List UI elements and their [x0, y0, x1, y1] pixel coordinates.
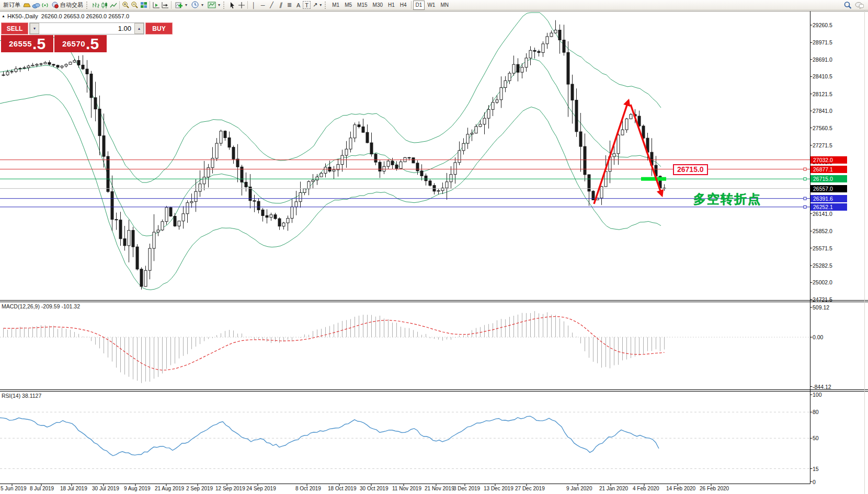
ohlc-values: 26260.0 26653.0 26260.0 26557.0 [41, 13, 129, 19]
fibonacci-icon[interactable]: ≣ [285, 1, 294, 9]
zoom-out-icon[interactable] [130, 1, 139, 9]
chart-canvas[interactable] [0, 0, 868, 494]
toolbar-grip [86, 2, 89, 9]
auto-trading-button[interactable]: 自动交易 [49, 1, 85, 10]
trendline-icon[interactable]: ╱ [267, 1, 276, 9]
chevron-down-icon: ▾ [319, 3, 322, 7]
timeframe-bar: M1M5M15M30H1H4D1W1MN [329, 1, 451, 10]
timeframe-h1[interactable]: H1 [385, 1, 397, 9]
sell-price[interactable]: 26555 .5 [1, 35, 53, 52]
auto-scroll-icon[interactable] [152, 1, 161, 9]
price-tag-26877.1[interactable]: 26877.1 [810, 166, 847, 173]
buy-button[interactable]: BUY [145, 22, 173, 35]
buy-price[interactable]: 26570 .5 [54, 35, 107, 52]
new-order-button[interactable]: 新订单 [1, 1, 22, 10]
timeframe-m5[interactable]: M5 [342, 1, 355, 9]
x-axis-label: 4 Feb 2020 [633, 486, 659, 491]
hline-26715[interactable] [0, 178, 810, 180]
x-axis-label: 13 Dec 2019 [484, 486, 513, 491]
chevron-down-icon: ▾ [201, 3, 203, 7]
price-scale-label: 28691.0 [813, 56, 832, 63]
one-click-trading-panel: SELL ▾ ▴ BUY 26555 .5 26570 .5 [1, 22, 107, 52]
price-callout-26715[interactable]: 26715.0 [673, 164, 708, 175]
zoom-in-icon[interactable] [121, 1, 130, 9]
price-tag-26391.6[interactable]: 26391.6 [810, 195, 847, 202]
timeframe-h4[interactable]: H4 [397, 1, 409, 9]
text-icon[interactable]: A [294, 1, 303, 9]
rsi-scale-label: 15 [813, 466, 819, 472]
channel-icon[interactable]: ∥ [276, 1, 285, 9]
sell-button[interactable]: SELL [1, 22, 28, 35]
timeframe-m15[interactable]: M15 [355, 1, 370, 9]
line-chart-icon[interactable] [109, 1, 118, 9]
x-axis-label: 18 Oct 2019 [328, 486, 356, 491]
price-scale-label: 25852.0 [813, 228, 832, 234]
timeframe-d1[interactable]: D1 [413, 1, 425, 10]
autotrade-icon [51, 2, 59, 8]
gold-icon[interactable] [22, 1, 31, 9]
price-tag-26252.1[interactable]: 26252.1 [810, 203, 847, 211]
timeframe-m30[interactable]: M30 [370, 1, 385, 9]
crosshair-icon[interactable] [237, 1, 246, 9]
x-axis-label: 2 Sep 2019 [186, 486, 213, 491]
symbol-period-label: HK50-,Daily [7, 13, 38, 19]
cursor-icon[interactable] [228, 1, 237, 9]
template-icon [208, 2, 216, 8]
chat-icon[interactable] [855, 1, 864, 9]
turning-point-text[interactable]: 多空转折点 [693, 191, 761, 208]
rsi-scale-label: 0 [813, 479, 816, 485]
label-icon[interactable]: T [303, 1, 311, 9]
rsi-label: RSI(14) 38.1127 [2, 393, 41, 399]
price-tag-26715.0[interactable]: 26715.0 [810, 175, 847, 182]
x-axis-label: 9 Aug 2019 [124, 486, 151, 491]
chart-shift-icon[interactable] [161, 1, 169, 9]
market-cloud-icon[interactable] [31, 1, 40, 9]
bollinger-bands [0, 13, 661, 290]
toolbar-separator [150, 1, 150, 9]
volume-decrease-button[interactable]: ▾ [30, 23, 39, 34]
hline-26391.6[interactable] [0, 197, 810, 200]
x-axis-label: 21 Aug 2019 [155, 486, 184, 491]
price-scale-label: 27841.0 [813, 108, 832, 114]
rsi-scale-label: 100 [813, 392, 822, 398]
timeframe-w1[interactable]: W1 [425, 1, 438, 9]
x-axis-label: 5 Jun 2019 [1, 486, 27, 491]
price-tag-27032.0[interactable]: 27032.0 [810, 156, 847, 164]
price-scale-label: 25571.5 [813, 245, 832, 251]
search-icon[interactable] [843, 1, 852, 9]
tile-windows-icon[interactable] [139, 1, 148, 9]
vertical-line-icon[interactable]: │ [249, 1, 258, 9]
price-tag-26557.0[interactable]: 26557.0 [810, 185, 847, 192]
add-indicator-button[interactable]: ▾ [173, 1, 189, 10]
signals-icon[interactable] [40, 1, 49, 9]
chart-title: HK50-,Daily 26260.0 26653.0 26260.0 2655… [7, 13, 129, 19]
toolbar-grip [223, 2, 226, 9]
arrows-button[interactable]: ↗ ▾ [311, 1, 324, 10]
macd-scale-label: -844.12 [813, 384, 831, 390]
timeframe-m1[interactable]: M1 [329, 1, 342, 9]
buy-price-frac: .5 [86, 37, 99, 51]
toolbar-separator [411, 1, 412, 9]
horizontal-line-icon[interactable]: ─ [258, 1, 267, 9]
volume-increase-button[interactable]: ▴ [134, 23, 144, 34]
periods-button[interactable]: ▾ [189, 1, 205, 10]
x-axis-label: 30 Oct 2019 [360, 486, 388, 491]
price-scale-label: 25002.0 [813, 279, 832, 285]
x-axis-label: 21 Jan 2020 [599, 486, 628, 491]
macd-scale-label: 509.12 [813, 304, 829, 311]
price-scale-label: 28410.5 [813, 73, 832, 79]
template-button[interactable]: ▾ [205, 1, 222, 10]
x-axis-label: 8 Oct 2019 [295, 486, 321, 491]
chevron-down-icon: ▾ [185, 3, 187, 7]
bar-chart-icon[interactable] [91, 1, 100, 9]
timeframe-mn[interactable]: MN [438, 1, 451, 9]
x-axis-label: 14 Feb 2020 [666, 486, 695, 491]
x-axis-label: 30 Jul 2019 [92, 486, 119, 491]
toolbar-separator [247, 1, 248, 9]
price-scale-label: 29260.5 [813, 22, 832, 28]
candle-chart-icon[interactable] [100, 1, 109, 9]
volume-input[interactable] [39, 23, 134, 34]
x-axis-label: 18 Jul 2019 [60, 486, 87, 491]
main-toolbar: 新订单 自动交易 ▾ ▾ ▾ │ ─ ╱ [0, 0, 868, 10]
x-axis-label: 9 Jan 2020 [566, 486, 592, 491]
